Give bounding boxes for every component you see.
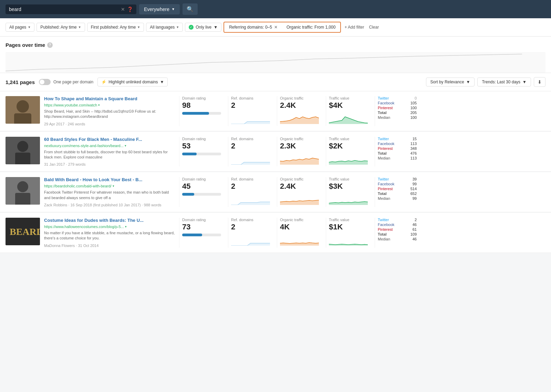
- organic-traffic-label: Organic traffic: [280, 96, 319, 100]
- ref-domains-cell: Ref. domains 2: [228, 96, 273, 126]
- list-item: 60 Beard Styles For Black Men - Masculin…: [0, 132, 551, 172]
- domain-rating-label: Domain rating: [182, 137, 221, 141]
- item-title[interactable]: Bald With Beard - How to Look Your Best …: [44, 177, 175, 183]
- sort-by-button[interactable]: Sort by Relevance ▼: [426, 78, 475, 86]
- traffic-value-value: $3K: [329, 183, 368, 190]
- twitter-row: Twitter 15: [378, 137, 417, 141]
- download-button[interactable]: ⬇: [534, 77, 545, 87]
- traffic-value-chart: [329, 193, 368, 205]
- domain-rating-bar: [182, 234, 202, 236]
- ref-domains-value: 2: [231, 223, 270, 231]
- ref-domains-chart: [231, 234, 270, 246]
- domain-rating-value: 73: [182, 223, 221, 231]
- social-metrics-cell: Twitter 39 Facebook 99 Pinterest 514 Tot…: [375, 177, 419, 207]
- domain-rating-bar-container: [182, 153, 221, 155]
- facebook-row: Facebook 113: [378, 142, 417, 146]
- domain-rating-label: Domain rating: [182, 177, 221, 181]
- search-go-button[interactable]: 🔍: [183, 3, 198, 15]
- ref-domains-chart: [231, 112, 270, 124]
- facebook-value: 99: [413, 182, 417, 186]
- median-row: Median 46: [378, 237, 417, 241]
- item-thumbnail: [6, 177, 40, 205]
- twitter-label: Twitter: [378, 177, 389, 181]
- trends-button[interactable]: Trends: Last 30 days ▼: [477, 78, 531, 86]
- median-label: Median: [378, 237, 390, 241]
- chevron-down-icon: ▼: [28, 25, 31, 29]
- total-value: 109: [410, 232, 417, 236]
- domain-rating-label: Domain rating: [182, 96, 221, 100]
- svg-rect-8: [15, 193, 30, 205]
- one-page-per-domain-toggle[interactable]: [39, 79, 51, 85]
- item-title[interactable]: 60 Beard Styles For Black Men - Masculin…: [44, 137, 175, 143]
- highlight-unlinked-button[interactable]: ⚡ Highlight unlinked domains ▼: [97, 78, 168, 86]
- median-label: Median: [378, 196, 390, 200]
- all-pages-filter[interactable]: All pages ▼: [6, 23, 34, 32]
- traffic-value-label: Traffic value: [329, 177, 368, 181]
- help-icon[interactable]: ?: [47, 42, 53, 48]
- median-row: Median 113: [378, 156, 417, 160]
- close-icon[interactable]: ✕: [274, 25, 278, 30]
- published-filter[interactable]: Published: Any time ▼: [37, 23, 85, 32]
- total-value: 205: [410, 111, 417, 115]
- ref-domains-value: 2: [231, 142, 270, 150]
- traffic-value-cell: Traffic value $2K: [326, 137, 371, 167]
- ref-domains-cell: Ref. domains 2: [228, 177, 273, 207]
- traffic-value-cell: Traffic value $3K: [326, 177, 371, 207]
- external-link-icon: ▾: [98, 103, 100, 107]
- item-url[interactable]: https://www.halloweencostumes.com/blog/p…: [44, 225, 175, 229]
- pinterest-value: 348: [410, 146, 417, 151]
- median-value: 113: [410, 156, 417, 160]
- item-url[interactable]: https://www.youtube.com/watch ▾: [44, 103, 175, 107]
- help-icon[interactable]: ❓: [127, 7, 133, 12]
- search-input[interactable]: [9, 7, 119, 12]
- svg-point-1: [17, 100, 29, 113]
- pinterest-label: Pinterest: [378, 227, 393, 231]
- close-icon[interactable]: ✕: [121, 7, 125, 12]
- external-link-icon: ▾: [113, 184, 114, 188]
- add-filter-button[interactable]: + Add filter: [343, 23, 365, 31]
- item-thumbnail: BEARD: [6, 218, 40, 245]
- facebook-label: Facebook: [378, 182, 394, 186]
- item-meta: Zack Robbins · 16 Sep 2018 (first publis…: [44, 203, 175, 207]
- chevron-down-icon: ▼: [171, 7, 175, 11]
- location-button[interactable]: Everywhere ▼: [139, 4, 180, 14]
- chart-svg: [6, 52, 545, 73]
- organic-traffic-cell: Organic traffic 4K: [277, 218, 322, 248]
- first-published-filter[interactable]: First published: Any time ▼: [87, 23, 144, 32]
- only-live-filter[interactable]: Only live ▼: [185, 23, 221, 32]
- facebook-row: Facebook 99: [378, 182, 417, 186]
- item-url[interactable]: https://beardoholic.com/bald-with-beard/…: [44, 184, 175, 188]
- organic-traffic-value: 2.3K: [280, 142, 319, 150]
- organic-traffic-chart: [280, 153, 319, 165]
- item-title[interactable]: How To Shape and Maintain a Square Beard: [44, 96, 175, 102]
- facebook-row: Facebook 105: [378, 101, 417, 105]
- twitter-label: Twitter: [378, 218, 389, 222]
- twitter-value: 39: [413, 177, 417, 181]
- external-link-icon: ▾: [125, 144, 126, 147]
- pages-count: 1,241 pages: [6, 79, 35, 85]
- referring-domains-filter[interactable]: Referring domains: 0–5 ✕: [226, 23, 281, 31]
- item-url[interactable]: nextluxury.com/mens-style-and-fashion/be…: [44, 144, 175, 148]
- item-title[interactable]: Costume Ideas for Dudes with Beards: The…: [44, 218, 175, 224]
- pinterest-value: 100: [410, 106, 417, 110]
- median-value: 100: [410, 115, 417, 120]
- clear-button[interactable]: Clear: [367, 23, 380, 31]
- pinterest-label: Pinterest: [378, 146, 393, 151]
- domain-rating-value: 98: [182, 102, 221, 109]
- traffic-value-value: $2K: [329, 142, 368, 150]
- list-item: BEARD Costume Ideas for Dudes with Beard…: [0, 213, 551, 253]
- organic-traffic-chart: [280, 193, 319, 205]
- item-description: Shop Beard, Hair, and Skin -- http://bdb…: [44, 109, 175, 120]
- languages-filter[interactable]: All languages ▼: [146, 23, 183, 32]
- median-value: 46: [413, 237, 417, 241]
- pinterest-row: Pinterest 61: [378, 227, 417, 231]
- total-row: Total 652: [378, 192, 417, 196]
- pages-over-time-chart: [6, 52, 545, 73]
- median-label: Median: [378, 156, 390, 160]
- ref-domains-cell: Ref. domains 2: [228, 137, 273, 167]
- twitter-row: Twitter 2: [378, 218, 417, 222]
- organic-traffic-filter[interactable]: Organic traffic: From 1,000: [283, 23, 339, 31]
- total-label: Total: [378, 192, 386, 196]
- facebook-label: Facebook: [378, 223, 394, 227]
- traffic-value-label: Traffic value: [329, 137, 368, 141]
